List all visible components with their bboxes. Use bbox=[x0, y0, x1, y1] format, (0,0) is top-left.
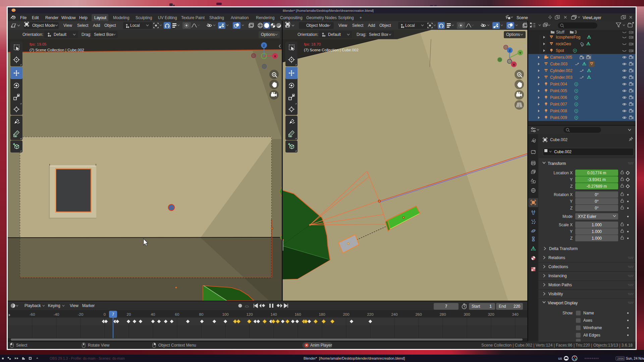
svg-text:Motion Paths: Motion Paths bbox=[548, 283, 572, 287]
svg-text:Local: Local bbox=[130, 23, 140, 28]
svg-text:Z: Z bbox=[509, 49, 511, 52]
svg-text:80: 80 bbox=[199, 312, 204, 316]
svg-text:Object Mode: Object Mode bbox=[306, 23, 329, 28]
svg-text:Anim Player: Anim Player bbox=[310, 343, 332, 348]
svg-text:-60: -60 bbox=[30, 312, 35, 316]
svg-text:Scene Collection | Cube.002 |: Scene Collection | Cube.002 | Verts:124 … bbox=[481, 343, 633, 348]
svg-text:Show: Show bbox=[562, 311, 573, 315]
svg-text:Collections: Collections bbox=[548, 264, 568, 269]
svg-text:300: 300 bbox=[464, 312, 470, 316]
svg-text:7: 7 bbox=[445, 304, 447, 309]
svg-text:Axes: Axes bbox=[583, 318, 592, 323]
svg-text:Cube.002: Cube.002 bbox=[554, 149, 572, 154]
svg-text:0°: 0° bbox=[595, 206, 599, 210]
svg-text:1.000: 1.000 bbox=[592, 223, 602, 227]
svg-text:1.000: 1.000 bbox=[592, 236, 602, 241]
svg-text:Options: Options bbox=[506, 32, 520, 37]
svg-text:Select Box: Select Box bbox=[94, 32, 113, 37]
svg-text:Y: Y bbox=[570, 229, 573, 234]
svg-text:Rotation X: Rotation X bbox=[554, 192, 573, 197]
svg-text:Point.006: Point.006 bbox=[550, 95, 567, 100]
svg-text:View: View bbox=[63, 23, 72, 28]
svg-text:Object Context Menu: Object Context Menu bbox=[158, 343, 196, 348]
svg-text:Scale X: Scale X bbox=[559, 223, 573, 227]
svg-text:Mode: Mode bbox=[562, 214, 573, 219]
svg-text:Select: Select bbox=[77, 23, 89, 28]
svg-text:1: 1 bbox=[489, 304, 492, 309]
svg-text:All Edges: All Edges bbox=[583, 333, 600, 338]
svg-text:Local: Local bbox=[405, 23, 415, 28]
svg-text:Drag:: Drag: bbox=[82, 32, 91, 37]
svg-text:220: 220 bbox=[367, 312, 373, 316]
svg-text:280: 280 bbox=[439, 312, 446, 316]
svg-text:Marker: Marker bbox=[82, 303, 95, 308]
svg-text:320: 320 bbox=[488, 312, 494, 316]
svg-text:Object Mode: Object Mode bbox=[32, 23, 55, 28]
svg-text:-3.9341 m: -3.9341 m bbox=[588, 177, 606, 182]
svg-text:Point.004: Point.004 bbox=[550, 82, 567, 86]
svg-text:Playback: Playback bbox=[24, 303, 41, 308]
svg-text:180: 180 bbox=[319, 312, 325, 316]
svg-text:Y: Y bbox=[570, 177, 573, 182]
svg-text:Default: Default bbox=[328, 32, 341, 37]
svg-text:Add: Add bbox=[368, 23, 375, 28]
svg-text:Y: Y bbox=[570, 199, 573, 204]
svg-text:Relations: Relations bbox=[548, 255, 565, 260]
svg-text:60: 60 bbox=[175, 312, 179, 316]
svg-text:End: End bbox=[499, 304, 506, 309]
svg-text:-0.27689 m: -0.27689 m bbox=[587, 184, 607, 189]
svg-text:Point.009: Point.009 bbox=[550, 115, 567, 120]
svg-text:Z: Z bbox=[263, 44, 265, 47]
svg-text:Cube.003: Cube.003 bbox=[550, 62, 568, 66]
svg-text:-40: -40 bbox=[54, 312, 59, 316]
svg-text:340: 340 bbox=[512, 312, 518, 316]
svg-text:Transform: Transform bbox=[548, 161, 566, 166]
svg-text:Object: Object bbox=[379, 23, 391, 28]
svg-text:IcosphereFog: IcosphereFog bbox=[556, 35, 580, 40]
svg-text:40: 40 bbox=[151, 312, 155, 316]
svg-text:Cylinder.003: Cylinder.003 bbox=[550, 75, 573, 80]
svg-text:Cube.002: Cube.002 bbox=[550, 137, 568, 142]
svg-text:X: X bbox=[513, 63, 515, 66]
svg-text:Blender* [/home/amalie/Deskto: Blender* [/home/amalie/Desktop/blender/d… bbox=[304, 356, 405, 360]
svg-text:Drag:: Drag: bbox=[357, 32, 366, 37]
svg-text:Spot: Spot bbox=[556, 48, 564, 53]
svg-text:200: 200 bbox=[343, 312, 349, 316]
svg-text:Cylinder.002: Cylinder.002 bbox=[550, 68, 573, 73]
svg-text:0°: 0° bbox=[595, 199, 599, 204]
svg-text:1.000: 1.000 bbox=[592, 229, 602, 234]
svg-text:Options: Options bbox=[261, 32, 275, 37]
svg-text:-20: -20 bbox=[78, 312, 84, 316]
svg-text:20: 20 bbox=[127, 312, 131, 316]
svg-text:Select: Select bbox=[352, 23, 364, 28]
svg-text:0: 0 bbox=[104, 312, 106, 316]
svg-text:Default: Default bbox=[54, 32, 67, 37]
svg-text:XYZ Euler: XYZ Euler bbox=[578, 214, 596, 219]
svg-text:Stuff: Stuff bbox=[556, 30, 565, 35]
svg-text:2896: 2896 bbox=[617, 357, 624, 360]
svg-text:140: 140 bbox=[270, 312, 277, 316]
svg-text:View: View bbox=[338, 23, 347, 28]
svg-text:Camera.005: Camera.005 bbox=[550, 55, 572, 60]
svg-text:Instancing: Instancing bbox=[548, 274, 567, 278]
svg-text:100: 100 bbox=[222, 312, 228, 316]
svg-text:●●●●●●●●: ●●●●●●●● bbox=[584, 357, 599, 360]
svg-text:0°: 0° bbox=[595, 192, 599, 197]
svg-text:220: 220 bbox=[514, 304, 520, 309]
svg-text:Z: Z bbox=[570, 206, 573, 210]
svg-text:Name: Name bbox=[583, 311, 594, 315]
svg-text:Rotate View: Rotate View bbox=[88, 343, 110, 348]
svg-text:Point.007: Point.007 bbox=[550, 102, 567, 107]
svg-text:Point.008: Point.008 bbox=[550, 109, 567, 113]
svg-text:Location X: Location X bbox=[553, 171, 573, 175]
svg-text:OBS 29.1.3 - Profile: ds-main: OBS 29.1.3 - Profile: ds-main - Scenes: … bbox=[50, 356, 125, 360]
svg-text:Keying: Keying bbox=[48, 303, 60, 308]
svg-text:0.01774 m: 0.01774 m bbox=[587, 171, 606, 175]
svg-text:us: us bbox=[558, 356, 562, 360]
svg-text:Orientation:: Orientation: bbox=[298, 32, 318, 37]
svg-text:Start: Start bbox=[472, 304, 480, 309]
svg-text:Viewport Display: Viewport Display bbox=[548, 301, 578, 305]
svg-text:X: X bbox=[274, 54, 276, 58]
svg-text:120: 120 bbox=[246, 312, 253, 316]
svg-text:rockGeo: rockGeo bbox=[556, 42, 571, 46]
